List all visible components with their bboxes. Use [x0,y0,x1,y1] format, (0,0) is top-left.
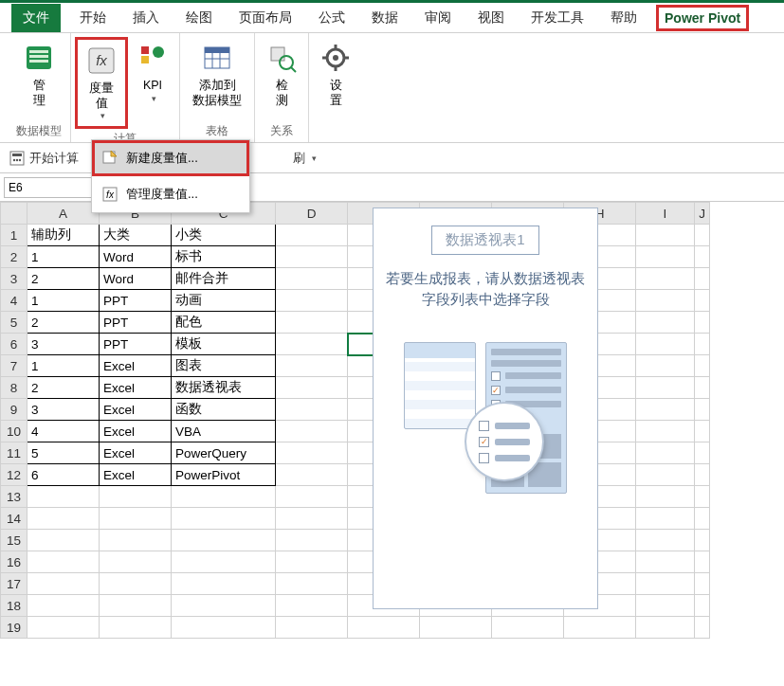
cell[interactable]: 2 [27,268,100,290]
cell[interactable]: 3 [27,334,100,355]
cell[interactable]: 2 [27,377,100,399]
tab-formula[interactable]: 公式 [311,4,353,32]
cell[interactable]: Word [100,268,172,290]
cell[interactable]: 大类 [100,225,172,246]
col-header-i[interactable]: I [636,203,695,225]
settings-button[interactable]: 设 置 [313,37,358,112]
row-header[interactable]: 3 [1,268,27,290]
svg-point-15 [280,56,293,69]
cell[interactable]: PowerQuery [172,442,276,464]
cell[interactable]: 1 [27,246,100,268]
row-header[interactable]: 15 [1,530,27,551]
tab-help[interactable]: 帮助 [603,4,645,32]
select-all-corner[interactable] [1,203,27,225]
tab-developer[interactable]: 开发工具 [523,4,592,32]
row-header[interactable]: 13 [1,486,27,508]
cell[interactable]: PPT [100,290,172,312]
cell[interactable]: 6 [27,464,100,486]
row-header[interactable]: 10 [1,421,27,442]
kpi-icon [136,41,170,75]
row-header[interactable]: 5 [1,312,27,334]
new-measure-item[interactable]: 新建度量值... [92,140,249,176]
tab-view[interactable]: 视图 [470,4,512,32]
spreadsheet-grid[interactable]: A B C D E F G H I J 1辅助列大类小类 21Word标书 32… [0,202,784,639]
chevron-down-icon: ▾ [312,153,317,163]
start-calc-button[interactable]: 开始计算 [9,150,79,167]
col-header-j[interactable]: J [695,203,710,225]
cell[interactable]: Word [100,246,172,268]
cell[interactable]: 图表 [172,355,276,377]
tab-file[interactable]: 文件 [11,4,61,32]
cell[interactable]: 1 [27,355,100,377]
add-to-data-model-button[interactable]: 添加到 数据模型 [184,37,250,112]
cell[interactable]: Excel [100,377,172,399]
tab-review[interactable]: 审阅 [417,4,459,32]
svg-rect-14 [271,47,284,61]
row-header[interactable]: 17 [1,573,27,595]
col-header-d[interactable]: D [276,203,348,225]
cell[interactable]: Excel [100,399,172,421]
cell[interactable]: 动画 [172,290,276,312]
tab-home[interactable]: 开始 [72,4,114,32]
name-box-value: E6 [9,181,23,194]
cell[interactable]: Excel [100,355,172,377]
cell[interactable]: 辅助列 [27,225,100,246]
cell[interactable]: PPT [100,312,172,334]
row-header[interactable]: 9 [1,399,27,421]
manage-measures-item[interactable]: fx 管理度量值... [92,176,249,212]
row-header[interactable]: 8 [1,377,27,399]
cell[interactable]: 小类 [172,225,276,246]
cell[interactable]: PowerPivot [172,464,276,486]
row-header[interactable]: 4 [1,290,27,312]
measures-button[interactable]: fx 度量 值 ▾ [75,37,128,129]
row-header[interactable]: 6 [1,334,27,355]
tab-draw[interactable]: 绘图 [178,4,220,32]
cell[interactable]: 2 [27,312,100,334]
cell[interactable]: 标书 [172,246,276,268]
detect-label: 检 测 [276,79,288,108]
row-header[interactable]: 16 [1,551,27,573]
add-model-label: 添加到 数据模型 [192,79,242,108]
detect-icon [264,41,299,75]
cell[interactable]: Excel [100,442,172,464]
formula-input[interactable] [204,177,784,198]
svg-text:fx: fx [106,190,115,200]
cell[interactable]: PPT [100,334,172,355]
col-header-a[interactable]: A [27,203,100,225]
row-header[interactable]: 1 [1,225,27,246]
tab-page-layout[interactable]: 页面布局 [231,4,300,32]
row-header[interactable]: 7 [1,355,27,377]
cell[interactable]: 函数 [172,399,276,421]
kpi-button[interactable]: KPI ▾ [130,37,175,129]
cell[interactable]: 1 [27,290,100,312]
row-header[interactable]: 12 [1,464,27,486]
cell[interactable]: 模板 [172,334,276,355]
start-calc-label: 开始计算 [29,150,79,167]
chevron-down-icon: ▾ [100,111,105,121]
manage-data-model-button[interactable]: 管 理 [11,37,66,112]
cell[interactable]: 邮件合并 [172,268,276,290]
menu-tabs: 文件 开始 插入 绘图 页面布局 公式 数据 审阅 视图 开发工具 帮助 Pow… [0,3,784,33]
svg-rect-7 [141,56,149,63]
cell[interactable]: Excel [100,464,172,486]
cell[interactable]: 5 [27,442,100,464]
manage-measures-label: 管理度量值... [126,186,198,203]
row-header[interactable]: 19 [1,617,27,639]
pivot-hint: 若要生成报表，请从数据透视表字段列表中选择字段 [383,268,588,310]
row-header[interactable]: 2 [1,246,27,268]
tab-power-pivot[interactable]: Power Pivot [656,5,749,31]
row-header[interactable]: 14 [1,508,27,530]
cell[interactable]: 配色 [172,312,276,334]
cell[interactable]: Excel [100,421,172,442]
cell[interactable]: 3 [27,399,100,421]
cell[interactable]: VBA [172,421,276,442]
detect-button[interactable]: 检 测 [259,37,304,112]
row-header[interactable]: 11 [1,442,27,464]
cell[interactable]: 4 [27,421,100,442]
table-illustration [404,342,476,429]
cell[interactable]: 数据透视表 [172,377,276,399]
brush-item[interactable]: 刷 ▾ [293,150,317,167]
tab-insert[interactable]: 插入 [125,4,167,32]
tab-data[interactable]: 数据 [364,4,406,32]
row-header[interactable]: 18 [1,595,27,617]
